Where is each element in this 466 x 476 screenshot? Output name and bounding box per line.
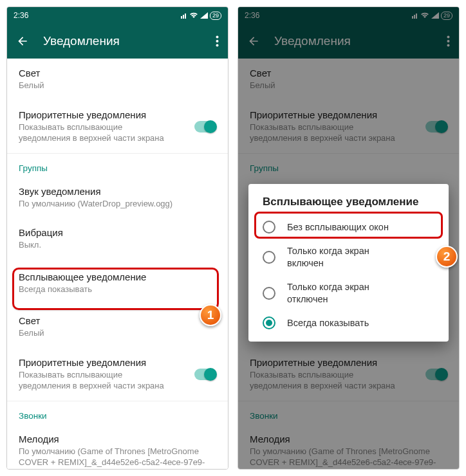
radio-icon <box>263 221 275 233</box>
svg-rect-0 <box>181 16 182 19</box>
radio-icon <box>263 251 275 264</box>
status-bar: 2:36 29 <box>7 7 228 24</box>
dialog-title: Всплывающее уведомление <box>248 196 449 215</box>
option-always[interactable]: Всегда показывать <box>248 311 449 335</box>
status-icons: 29 <box>181 12 221 20</box>
svg-rect-1 <box>183 15 184 19</box>
svg-point-4 <box>216 40 219 42</box>
radio-icon-selected <box>263 316 275 329</box>
priority-toggle[interactable] <box>194 121 216 133</box>
section-calls: Звонки <box>7 401 228 425</box>
settings-list[interactable]: Свет Белый Приоритетные уведомления Пока… <box>7 59 228 469</box>
radio-icon <box>263 287 275 300</box>
page-title: Уведомления <box>43 34 201 48</box>
phone-left: 2:36 29 Уведомления Свет Белый Приоритет… <box>6 6 228 470</box>
battery-icon: 29 <box>210 12 221 20</box>
popup-dialog: Всплывающее уведомление Без всплывающих … <box>248 184 449 342</box>
option-no-popup[interactable]: Без всплывающих окон <box>248 215 449 239</box>
section-groups: Группы <box>7 154 228 177</box>
setting-light[interactable]: Свет Белый <box>7 59 228 100</box>
setting-priority[interactable]: Приоритетные уведомления Показывать вспл… <box>7 100 228 153</box>
status-time: 2:36 <box>14 11 28 20</box>
app-bar: Уведомления <box>7 24 228 59</box>
phone-right: 2:36 29 Уведомления СветБелый Приоритетн… <box>238 6 460 470</box>
option-screen-off[interactable]: Только когда экран отключен <box>248 275 449 311</box>
svg-point-3 <box>216 36 219 39</box>
option-screen-on[interactable]: Только когда экран включен <box>248 239 449 275</box>
svg-point-5 <box>216 44 219 47</box>
step-badge-2: 2 <box>436 246 458 268</box>
priority2-toggle[interactable] <box>194 369 216 380</box>
wifi-icon <box>189 12 198 19</box>
setting-melody[interactable]: Мелодия По умолчанию (Game of Thrones [M… <box>7 425 228 469</box>
back-icon[interactable] <box>16 35 29 48</box>
setting-light2[interactable]: Свет Белый <box>7 306 228 348</box>
menu-icon[interactable] <box>216 35 219 47</box>
step-badge-1: 1 <box>200 304 221 326</box>
setting-vibration[interactable]: Вибрация Выкл. <box>7 218 228 260</box>
sim-icon <box>181 12 187 19</box>
setting-popup[interactable]: Всплывающее уведомление Всегда показыват… <box>7 260 228 307</box>
setting-priority2[interactable]: Приоритетные уведомления Показывать вспл… <box>7 348 228 401</box>
svg-rect-2 <box>185 14 186 19</box>
signal-icon <box>200 12 208 19</box>
setting-sound[interactable]: Звук уведомления По умолчанию (WaterDrop… <box>7 177 228 219</box>
